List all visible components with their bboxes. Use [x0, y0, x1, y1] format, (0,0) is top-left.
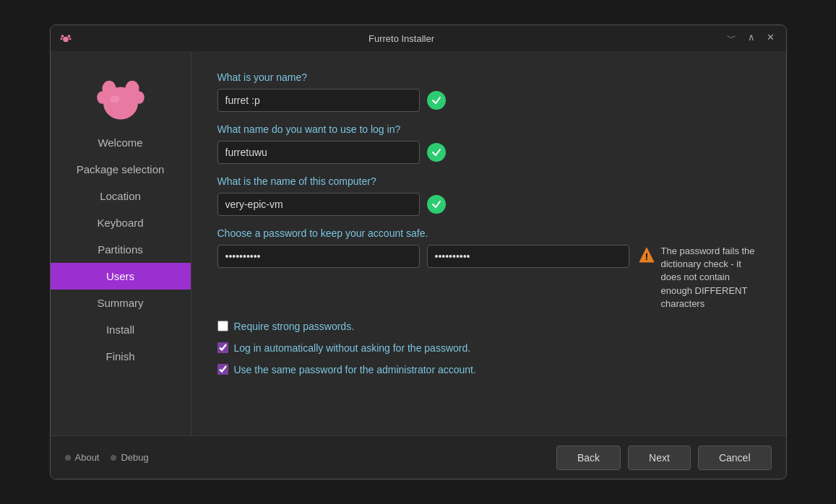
require-strong-checkbox[interactable]: [217, 321, 228, 331]
svg-point-0: [63, 37, 69, 43]
password-warning-text: The password fails the dictionary check …: [661, 245, 760, 310]
login-label: What name do you want to use to log in?: [217, 123, 760, 135]
svg-point-9: [134, 91, 144, 104]
footer: About Debug Back Next Cancel: [51, 435, 786, 479]
same-password-row: Use the same password for the administra…: [217, 364, 760, 375]
sidebar-item-package-selection[interactable]: Package selection: [51, 156, 191, 183]
name-input[interactable]: [217, 89, 420, 112]
same-password-checkbox[interactable]: [217, 364, 228, 375]
password-row: ! The password fails the dictionary chec…: [217, 245, 760, 310]
cancel-button[interactable]: Cancel: [698, 446, 772, 470]
computer-valid-icon: [427, 195, 446, 214]
close-button[interactable]: ✕: [764, 30, 777, 46]
sidebar-item-keyboard[interactable]: Keyboard: [51, 209, 191, 236]
svg-point-3: [60, 38, 62, 40]
autologin-label: Log in automatically without asking for …: [234, 342, 471, 354]
password-inputs: [217, 245, 629, 268]
main-content: What is your name? What name do you want…: [191, 51, 786, 435]
about-link[interactable]: About: [65, 452, 100, 463]
password-confirm-input[interactable]: [427, 245, 629, 268]
debug-link[interactable]: Debug: [111, 452, 148, 463]
require-strong-label: Require strong passwords.: [234, 321, 355, 332]
computer-input-row: [217, 193, 760, 216]
sidebar-item-partitions[interactable]: Partitions: [51, 236, 191, 263]
debug-dot: [111, 455, 116, 461]
maximize-button[interactable]: ∧: [745, 30, 758, 46]
back-button[interactable]: Back: [556, 446, 621, 470]
footer-left: About Debug: [65, 452, 556, 463]
password-warning: ! The password fails the dictionary chec…: [638, 245, 760, 310]
svg-text:!: !: [645, 251, 647, 262]
login-input[interactable]: [217, 141, 420, 164]
svg-point-4: [69, 38, 71, 40]
svg-point-2: [67, 35, 70, 38]
minimize-button[interactable]: ﹀: [724, 30, 739, 46]
svg-point-10: [110, 96, 119, 103]
same-password-label: Use the same password for the administra…: [234, 364, 476, 375]
name-input-row: [217, 89, 760, 112]
sidebar-item-location[interactable]: Location: [51, 183, 191, 209]
titlebar-icon: [59, 32, 72, 45]
password-label: Choose a password to keep your account s…: [217, 227, 760, 239]
app-logo: [92, 60, 150, 118]
sidebar-item-users[interactable]: Users: [51, 263, 191, 290]
sidebar: Welcome Package selection Location Keybo…: [51, 51, 191, 435]
footer-right: Back Next Cancel: [556, 446, 772, 470]
login-valid-icon: [427, 143, 446, 162]
window-body: Welcome Package selection Location Keybo…: [51, 51, 786, 435]
sidebar-item-summary[interactable]: Summary: [51, 290, 191, 316]
autologin-row: Log in automatically without asking for …: [217, 342, 760, 354]
svg-point-8: [97, 91, 107, 104]
window-controls: ﹀ ∧ ✕: [724, 30, 777, 46]
name-valid-icon: [427, 91, 446, 110]
window-title: Furreto Installer: [79, 33, 724, 44]
login-input-row: [217, 141, 760, 164]
computer-input[interactable]: [217, 193, 420, 216]
password-input[interactable]: [217, 245, 420, 268]
sidebar-item-install[interactable]: Install: [51, 316, 191, 343]
autologin-checkbox[interactable]: [217, 342, 228, 353]
computer-label: What is the name of this computer?: [217, 175, 760, 187]
users-form: What is your name? What name do you want…: [217, 71, 760, 421]
installer-window: Furreto Installer ﹀ ∧ ✕: [50, 25, 787, 479]
about-dot: [65, 455, 71, 461]
next-button[interactable]: Next: [628, 446, 691, 470]
titlebar: Furreto Installer ﹀ ∧ ✕: [51, 25, 786, 51]
svg-point-1: [61, 35, 64, 38]
sidebar-item-welcome[interactable]: Welcome: [51, 129, 191, 156]
warning-triangle-icon: !: [638, 246, 655, 264]
name-label: What is your name?: [217, 71, 760, 83]
require-strong-row: Require strong passwords.: [217, 321, 760, 332]
sidebar-item-finish[interactable]: Finish: [51, 343, 191, 370]
